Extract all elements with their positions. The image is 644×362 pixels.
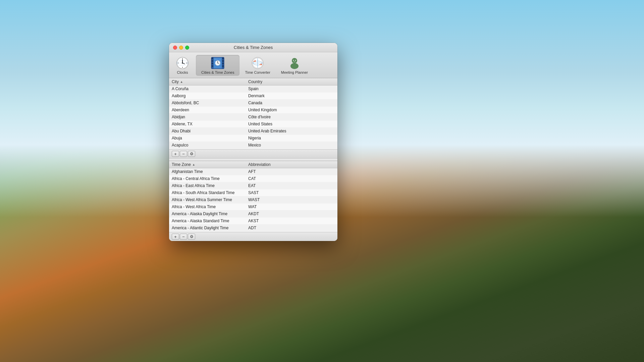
abbrev-cell: ADT	[248, 225, 335, 231]
converter-icon	[251, 56, 264, 70]
planner-icon	[288, 56, 301, 70]
timezone-gear-button[interactable]: ⚙	[188, 234, 195, 240]
clocks-label: Clocks	[177, 70, 188, 74]
toolbar-clocks[interactable]: Clocks	[169, 55, 196, 76]
svg-rect-16	[222, 58, 224, 59]
cities-table-row[interactable]: Abidjan Côte d'Ivoire	[169, 114, 337, 121]
timezone-table-header: Time Zone ▲ Abbreviation	[169, 161, 337, 168]
maximize-button[interactable]	[185, 46, 189, 50]
city-cell: Aalborg	[172, 93, 248, 99]
timezone-cell: Africa - South Africa Standard Time	[172, 190, 248, 195]
svg-point-33	[295, 60, 296, 61]
timezone-table-row[interactable]: Africa - West Africa Time WAT	[169, 203, 337, 210]
timezone-remove-button[interactable]: −	[180, 234, 187, 240]
title-bar: Cities & Time Zones	[169, 43, 337, 52]
abbrev-column-header[interactable]: Abbreviation	[248, 162, 335, 167]
cities-add-button[interactable]: +	[172, 151, 179, 157]
abbrev-cell: AFT	[248, 169, 335, 174]
timezone-cell: Africa - West Africa Summer Time	[172, 197, 248, 202]
timezone-table-footer: + − ⚙	[169, 232, 337, 241]
city-cell: A Coruña	[172, 86, 248, 92]
cities-table-row[interactable]: Aberdeen United Kingdom	[169, 107, 337, 114]
timezone-table-row[interactable]: America - Alaska Daylight Time AKDT	[169, 210, 337, 218]
timezone-cell: America - Alaska Standard Time	[172, 218, 248, 224]
timezone-cell: America - Alaska Daylight Time	[172, 211, 248, 217]
timezone-table-row[interactable]: Africa - West Africa Summer Time WAST	[169, 196, 337, 203]
svg-rect-13	[212, 60, 213, 62]
svg-point-30	[292, 58, 297, 63]
svg-rect-14	[212, 63, 213, 64]
minimize-button[interactable]	[179, 46, 183, 50]
svg-point-31	[290, 63, 299, 69]
city-cell: Abbotsford, BC	[172, 100, 248, 106]
cities-table-row[interactable]: Abuja Nigeria	[169, 135, 337, 142]
city-cell: Abuja	[172, 135, 248, 141]
cities-remove-button[interactable]: −	[180, 151, 187, 157]
svg-rect-18	[222, 63, 224, 64]
cities-table-row[interactable]: A Coruña Spain	[169, 85, 337, 93]
timezone-table-row[interactable]: Afghanistan Time AFT	[169, 168, 337, 175]
app-window: Cities & Time Zones	[169, 43, 337, 241]
abbrev-cell: WAST	[248, 197, 335, 202]
cities-icon	[211, 56, 224, 70]
svg-rect-19	[222, 65, 224, 67]
cities-table-row[interactable]: Abilene, TX United States	[169, 121, 337, 128]
abbrev-cell: WAT	[248, 204, 335, 209]
abbrev-cell: CAT	[248, 176, 335, 181]
country-cell: Denmark	[248, 93, 335, 99]
country-cell: Côte d'Ivoire	[248, 114, 335, 120]
abbrev-cell: SAST	[248, 190, 335, 195]
abbrev-cell: AKST	[248, 218, 335, 224]
timezone-add-button[interactable]: +	[172, 234, 179, 240]
timezone-sort-arrow: ▲	[192, 163, 195, 166]
toolbar: Clocks	[169, 52, 337, 78]
country-header-label: Country	[248, 79, 262, 84]
toolbar-cities[interactable]: Cities & Time Zones	[196, 55, 239, 76]
city-cell: Abu Dhabi	[172, 128, 248, 134]
svg-rect-12	[212, 58, 213, 59]
clocks-icon	[176, 56, 189, 70]
timezone-table-row[interactable]: America - Atlantic Daylight Time ADT	[169, 225, 337, 232]
converter-label: Time Converter	[245, 70, 270, 74]
close-button[interactable]	[173, 46, 177, 50]
abbrev-header-label: Abbreviation	[248, 162, 271, 167]
country-cell: Canada	[248, 100, 335, 106]
timezone-table-row[interactable]: Africa - East Africa Time EAT	[169, 182, 337, 189]
country-cell: Spain	[248, 86, 335, 92]
abbrev-cell: EAT	[248, 183, 335, 188]
svg-rect-17	[222, 60, 224, 62]
city-header-label: City	[172, 79, 179, 84]
timezone-table-row[interactable]: America - Alaska Standard Time AKST	[169, 218, 337, 225]
timezone-table-row[interactable]: Africa - Central Africa Time CAT	[169, 175, 337, 182]
svg-rect-15	[212, 65, 213, 67]
cities-table-footer: + − ⚙	[169, 149, 337, 158]
timezone-cell: Africa - Central Africa Time	[172, 176, 248, 181]
timezone-table-row[interactable]: Africa - South Africa Standard Time SAST	[169, 189, 337, 196]
timezone-table-body: Afghanistan Time AFT Africa - Central Af…	[169, 168, 337, 232]
city-column-header[interactable]: City ▲	[172, 79, 248, 84]
cities-gear-button[interactable]: ⚙	[188, 151, 195, 157]
cities-table-body: A Coruña Spain Aalborg Denmark Abbotsfor…	[169, 85, 337, 149]
country-cell: Mexico	[248, 142, 335, 148]
toolbar-planner[interactable]: Meeting Planner	[276, 55, 313, 76]
planner-label: Meeting Planner	[281, 70, 308, 74]
svg-point-32	[293, 60, 294, 61]
city-cell: Acapulco	[172, 142, 248, 148]
timezone-cell: Africa - East Africa Time	[172, 183, 248, 188]
country-cell: United Arab Emirates	[248, 128, 335, 134]
timezone-header-label: Time Zone	[172, 162, 191, 167]
cities-section: City ▲ Country A Coruña Spain Aalborg De…	[169, 78, 337, 158]
cities-label: Cities & Time Zones	[201, 70, 234, 74]
city-cell: Abilene, TX	[172, 121, 248, 127]
cities-table-row[interactable]: Abbotsford, BC Canada	[169, 100, 337, 107]
country-column-header[interactable]: Country	[248, 79, 335, 84]
cities-table-row[interactable]: Acapulco Mexico	[169, 142, 337, 149]
toolbar-converter[interactable]: Time Converter	[239, 55, 275, 76]
timezone-column-header[interactable]: Time Zone ▲	[172, 162, 248, 167]
cities-table-row[interactable]: Aalborg Denmark	[169, 93, 337, 100]
city-cell: Abidjan	[172, 114, 248, 120]
cities-table-row[interactable]: Abu Dhabi United Arab Emirates	[169, 128, 337, 135]
timezone-cell: America - Atlantic Daylight Time	[172, 225, 248, 231]
traffic-lights	[173, 46, 189, 50]
section-divider	[169, 158, 337, 161]
